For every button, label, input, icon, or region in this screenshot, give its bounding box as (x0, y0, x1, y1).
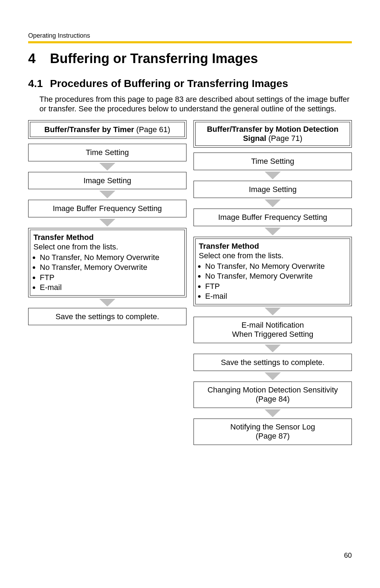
list-item: E-mail (205, 291, 347, 301)
list-item: No Transfer, No Memory Overwrite (40, 253, 181, 262)
intro-paragraph: The procedures from this page to page 83… (39, 94, 352, 114)
motion-email-line1: E-mail Notification (198, 321, 347, 330)
list-item: FTP (40, 273, 181, 283)
motion-email-line2: When Triggered Setting (198, 330, 347, 339)
timer-step-image-setting: Image Setting (28, 172, 186, 190)
motion-step-sensitivity: Changing Motion Detection Sensitivity (P… (194, 382, 352, 408)
svg-marker-9 (265, 372, 281, 380)
timer-transfer-method-title: Transfer Method (33, 233, 181, 242)
subsection-heading: 4.1 Procedures of Buffering or Transferr… (28, 77, 352, 90)
timer-header-box: Buffer/Transfer by Timer (Page 61) (28, 120, 186, 139)
down-arrow-icon (99, 299, 115, 307)
down-arrow-icon (99, 163, 115, 171)
svg-marker-6 (265, 228, 281, 235)
motion-step-save: Save the settings to complete. (194, 354, 352, 371)
down-arrow-icon (265, 199, 281, 207)
list-item: No Transfer, No Memory Overwrite (205, 261, 347, 271)
list-item: E-mail (40, 283, 181, 292)
motion-transfer-options: No Transfer, No Memory Overwrite No Tran… (199, 261, 347, 301)
section-heading: 4 Buffering or Transferring Images (28, 50, 352, 67)
svg-marker-2 (99, 219, 115, 227)
down-arrow-icon (265, 345, 281, 352)
timer-transfer-method-sub: Select one from the lists. (33, 242, 181, 252)
section-title: Buffering or Transferring Images (50, 50, 258, 67)
motion-sensitivity-line2: (Page 84) (198, 395, 347, 404)
timer-step-time-setting: Time Setting (28, 144, 186, 161)
motion-header-page: (Page 71) (266, 134, 303, 143)
motion-step-image-setting: Image Setting (194, 181, 352, 198)
down-arrow-icon (265, 228, 281, 235)
doc-header: Operating Instructions (28, 32, 352, 40)
motion-transfer-method-box: Transfer Method Select one from the list… (194, 237, 352, 306)
down-arrow-icon (265, 172, 281, 179)
timer-transfer-options: No Transfer, No Memory Overwrite No Tran… (33, 253, 181, 292)
down-arrow-icon (99, 219, 115, 227)
timer-step-buffer-frequency: Image Buffer Frequency Setting (28, 200, 186, 217)
subsection-title: Procedures of Buffering or Transferring … (50, 77, 288, 90)
svg-marker-3 (99, 299, 115, 307)
svg-marker-10 (265, 409, 281, 417)
svg-marker-0 (99, 163, 115, 171)
motion-transfer-method-sub: Select one from the lists. (199, 251, 347, 261)
motion-sensitivity-line1: Changing Motion Detection Sensitivity (198, 385, 347, 395)
motion-step-sensor-log: Notifying the Sensor Log (Page 87) (194, 419, 352, 445)
motion-step-time-setting: Time Setting (194, 153, 352, 170)
timer-step-save: Save the settings to complete. (28, 308, 186, 326)
page-number: 60 (344, 551, 352, 560)
down-arrow-icon (265, 372, 281, 380)
motion-step-email-notification: E-mail Notification When Triggered Setti… (194, 317, 352, 343)
timer-header-page: (Page 61) (134, 125, 170, 134)
page: Operating Instructions 4 Buffering or Tr… (0, 0, 380, 588)
down-arrow-icon (99, 191, 115, 198)
svg-marker-1 (99, 191, 115, 198)
svg-marker-4 (265, 172, 281, 179)
svg-marker-8 (265, 345, 281, 352)
down-arrow-icon (265, 308, 281, 315)
motion-step-buffer-frequency: Image Buffer Frequency Setting (194, 209, 352, 226)
motion-sensor-log-line2: (Page 87) (198, 432, 347, 441)
timer-transfer-method-box: Transfer Method Select one from the list… (28, 228, 186, 297)
list-item: No Transfer, Memory Overwrite (205, 271, 347, 281)
flow-diagram: Buffer/Transfer by Timer (Page 61) Time … (28, 120, 352, 445)
flow-column-motion: Buffer/Transfer by Motion Detection Sign… (194, 120, 352, 445)
motion-transfer-method-title: Transfer Method (199, 241, 347, 251)
subsection-number: 4.1 (28, 77, 50, 90)
flow-column-timer: Buffer/Transfer by Timer (Page 61) Time … (28, 120, 186, 445)
timer-header-bold: Buffer/Transfer by Timer (44, 125, 134, 134)
list-item: FTP (205, 281, 347, 291)
header-rule (28, 41, 352, 43)
down-arrow-icon (265, 409, 281, 417)
motion-header-box: Buffer/Transfer by Motion Detection Sign… (194, 120, 352, 148)
svg-marker-5 (265, 199, 281, 207)
svg-marker-7 (265, 308, 281, 315)
motion-sensor-log-line1: Notifying the Sensor Log (198, 422, 347, 432)
list-item: No Transfer, Memory Overwrite (40, 262, 181, 272)
section-number: 4 (28, 50, 50, 67)
